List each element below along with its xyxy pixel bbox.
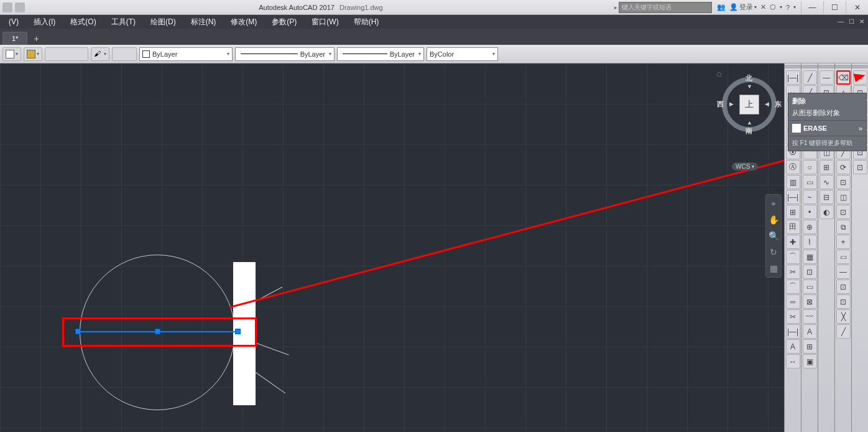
tool-button[interactable]: ⊕ [803,220,817,234]
erase-button[interactable]: ⌫ [836,70,851,85]
doc-restore-button[interactable]: ☐ [846,15,857,29]
login-button[interactable]: 👤 登录 ▾ [729,2,757,12]
tool-button[interactable]: ⌇ [803,235,817,249]
match-properties[interactable]: 🖌▾ [91,47,109,61]
menu-item[interactable]: 参数(P) [264,15,304,29]
tool-button[interactable]: ↔ [786,354,800,369]
compass-west[interactable]: 西 [717,100,724,109]
pan-icon[interactable]: ✋ [767,214,780,226]
menu-item[interactable]: 标注(N) [183,15,224,29]
exchange-icon[interactable]: ✕ [760,3,766,11]
tool-button[interactable]: ⊡ [853,160,867,174]
tool-button[interactable]: ✂ [786,309,800,324]
tool-button[interactable]: ◐ [820,205,834,219]
viewcube-top-face[interactable]: 上 [739,95,759,115]
menu-item[interactable]: 帮助(H) [346,15,387,29]
tool-button[interactable]: ▥ [786,175,800,189]
tool-button[interactable]: ⊞ [820,160,834,174]
toolbar-group[interactable] [112,47,137,61]
tool-button[interactable]: — [820,70,834,85]
tool-button[interactable]: ◫ [836,190,851,204]
tool-button[interactable]: |—| [786,190,800,204]
color-control[interactable]: ▾ [2,47,21,61]
tool-button[interactable]: ⊠ [803,294,817,309]
maximize-button[interactable]: ☐ [823,1,846,14]
close-button[interactable]: ✕ [846,1,868,14]
tool-button[interactable]: + [836,235,851,249]
layer-tools[interactable] [45,47,88,61]
zoom-icon[interactable]: 🔍 [767,230,780,242]
qat-btn[interactable] [15,2,25,12]
tool-button[interactable]: 田 [786,220,800,234]
tool-button[interactable]: ═ [786,294,800,309]
tool-button[interactable]: ╱ [836,324,851,339]
a360-icon[interactable]: ⬡ [770,3,776,11]
wcs-menu[interactable]: WCS ▾ [732,162,758,171]
tool-button[interactable]: ⌒ [786,279,800,294]
tool-button[interactable]: ▭ [803,279,817,294]
tool-button[interactable]: ⊡ [836,294,851,309]
grip-midpoint[interactable] [155,329,160,334]
doc-minimize-button[interactable]: — [835,15,846,29]
tool-button[interactable]: ~ [803,190,817,204]
tool-button[interactable]: ⊡ [836,175,851,189]
tool-button[interactable]: Ⓐ [786,160,800,174]
color-combo[interactable]: ByLayer ▾ [139,47,233,61]
tool-button[interactable]: ⧉ [836,220,851,234]
help-icon[interactable]: ? [786,4,790,11]
compass-east[interactable]: 东 [775,100,782,109]
add-tab-button[interactable]: + [29,32,44,45]
grip-endpoint[interactable] [75,329,81,334]
compass-south[interactable]: 南 [746,126,752,136]
plotstyle-combo[interactable]: ByColor ▾ [427,47,498,61]
tool-button[interactable]: ⊟ [820,190,834,204]
qat-btn[interactable] [2,2,12,12]
tool-button[interactable]: ✚ [786,235,800,249]
menu-item[interactable]: 插入(I) [26,15,63,29]
menu-item[interactable]: 格式(O) [63,15,103,29]
drawing-area[interactable]: ⌂ 北 ▼ 南 ▲ 西 ▶ 东 ◀ 上 ↻ WCS ▾ ⌖ ✋ 🔍 ↻ ▦ [0,63,784,432]
tool-button[interactable]: ▦ [803,250,817,264]
steering-wheel-icon[interactable]: ⌖ [767,197,780,210]
tool-button[interactable]: ⊡ [803,265,817,279]
tool-button[interactable]: ▭ [836,250,851,264]
menu-item[interactable]: 绘图(D) [143,15,183,29]
viewcube[interactable]: 北 ▼ 南 ▲ 西 ▶ 东 ◀ 上 ↻ [722,77,777,132]
compass-north[interactable]: 北 [746,73,752,83]
file-tab[interactable]: 1* [2,32,27,45]
tool-button[interactable]: |—| [786,324,800,339]
lineweight-combo[interactable]: ByLayer ▾ [337,47,424,61]
chevron-down-icon[interactable]: ▾ [793,4,796,10]
tool-button[interactable]: ⟳ [836,160,851,174]
tool-button[interactable]: ▣ [803,354,817,369]
search-input[interactable]: 键入关键字或短语 [619,2,712,13]
menu-item[interactable]: (V) [1,15,26,29]
tool-button[interactable]: — [836,265,851,279]
infocenter-icon[interactable]: 👥 [717,3,726,11]
tool-button[interactable]: ╳ [836,309,851,324]
showmotion-icon[interactable]: ▦ [767,262,780,275]
menu-item[interactable]: 工具(T) [104,15,143,29]
minimize-button[interactable]: — [801,1,823,14]
tool-button[interactable]: 〰 [803,309,817,324]
tool-button[interactable]: ╱ [803,70,817,85]
tool-button[interactable]: ⌒ [786,250,800,264]
grip-endpoint[interactable] [235,329,241,334]
tool-button[interactable]: ✂ [786,265,800,279]
tool-button[interactable]: A [786,339,800,354]
tool-button[interactable]: ⊡ [836,279,851,294]
viewcube-home-icon[interactable]: ⌂ [717,68,722,78]
tool-button[interactable]: ⊞ [803,339,817,354]
doc-close-button[interactable]: ✕ [857,15,867,29]
tool-button[interactable]: |—| [786,70,800,85]
layer-control-icon[interactable]: ▾ [24,47,42,61]
tool-button[interactable]: ∿ [820,175,834,189]
menu-item[interactable]: 窗口(W) [304,15,346,29]
tool-button[interactable]: ○ [803,160,817,174]
tool-button[interactable]: ⊞ [786,205,800,219]
tool-button[interactable]: ⊡ [836,205,851,219]
tool-button[interactable]: • [803,205,817,219]
tool-button[interactable]: ▭ [803,175,817,189]
linetype-combo[interactable]: ByLayer ▾ [235,47,335,61]
chevron-down-icon[interactable]: ▾ [780,4,782,10]
